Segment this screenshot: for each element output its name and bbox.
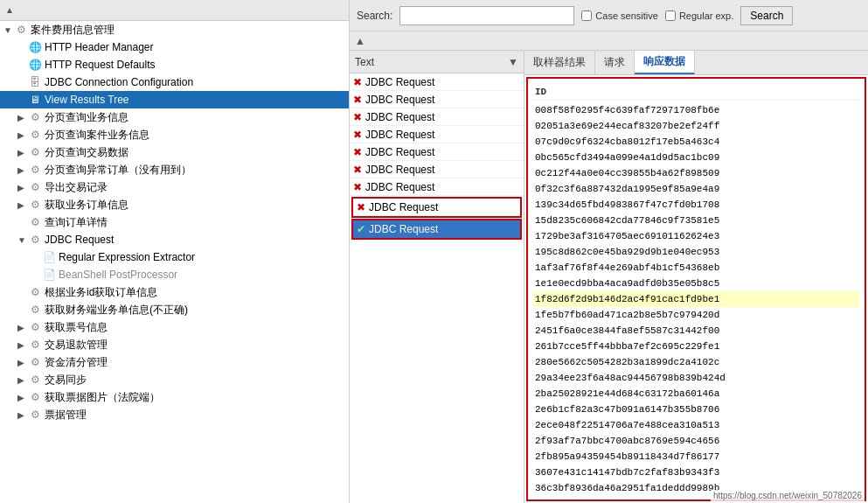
tab-response-data[interactable]: 响应数据 [635,51,695,74]
error-icon: ✖ [353,111,362,123]
filter-icon[interactable]: ▼ [508,56,518,68]
data-row: 02051a3e69e244ecaf83207be2ef24ff [533,118,859,134]
tree-item-view-results[interactable]: ▶ 🖥 View Results Tree [0,91,349,108]
expand-icon: ▼ [17,235,26,245]
list-item-selected[interactable]: ✔ JDBC Request [353,220,520,238]
folder-icon4: ⚙ [28,163,42,177]
tree-item-get-invoice[interactable]: ▶ ⚙ 获取票据图片（法院端） [0,388,349,406]
tree-item-label: 导出交易记录 [45,180,108,195]
list-item[interactable]: ✖ JDBC Request [353,199,520,216]
tree-item-jdbc-conn[interactable]: ▶ 🗄 JDBC Connection Configuration [0,73,349,91]
row-text: 1729be3af3164705aec69101162624e3 [535,231,719,241]
tree-item-capital-clear[interactable]: ▶ ⚙ 资金清分管理 [0,353,349,371]
tree-item-label: BeanShell PostProcessor [59,269,177,281]
tree-item-label: View Results Tree [45,94,129,106]
data-panel: 取样器结果 请求 响应数据 ID 008f58f0295f4c639faf729… [524,51,868,503]
data-row: 2fb895a94359454b89118434d7f86177 [533,449,859,465]
data-row: 2f93af7a7bbc4700abc8769e594c4656 [533,433,859,449]
expand-icon: ▶ [17,358,26,367]
script-icon: 📄 [42,250,56,264]
row-text: 3607e431c14147bdb7c2faf83b9343f3 [535,467,719,478]
expand-icon: ▶ [17,113,26,122]
tree-item-regex-extractor[interactable]: ▶ 📄 Regular Expression Extractor [0,248,349,266]
list-item[interactable]: ✖ JDBC Request [350,73,524,91]
error-icon: ✖ [353,181,362,193]
tree-item-invoice-mgmt[interactable]: ▶ ⚙ 票据管理 [0,406,349,423]
error-icon: ✖ [353,94,362,106]
data-header-row: ID [533,84,859,101]
case-sensitive-checkbox[interactable] [581,10,592,21]
http-icon: 🌐 [28,40,42,54]
right-panel: Search: Case sensitive Regular exp. Sear… [350,0,868,503]
list-item[interactable]: ✖ JDBC Request [350,178,524,196]
row-text: 1e1e0ecd9bba4aca9adfd0b35e05b8c5 [535,278,719,289]
list-item[interactable]: ✖ JDBC Request [350,161,524,178]
data-row: 195c8d862c0e45ba929d9b1e040ec953 [533,244,859,260]
search-bar: Search: Case sensitive Regular exp. Sear… [350,0,868,31]
row-text: 280e5662c5054282b3a1899dc2a4102c [535,357,719,367]
expand-icon: ▶ [17,130,26,140]
row-text: 008f58f0295f4c639faf72971708fb6e [535,105,719,115]
folder-icon5: ⚙ [28,180,42,194]
expand-icon: ▶ [17,375,26,385]
error-icon: ✖ [357,201,365,213]
arrow-icon: ▲ [355,35,365,47]
regular-exp-checkbox[interactable] [665,10,676,21]
tree-item-page-query-abnormal[interactable]: ▶ ⚙ 分页查询异常订单（没有用到） [0,161,349,178]
error-icon: ✖ [353,146,362,158]
list-item[interactable]: ✖ JDBC Request [350,108,524,126]
tree-item-export-tx[interactable]: ▶ ⚙ 导出交易记录 [0,178,349,196]
list-item[interactable]: ✖ JDBC Request [350,143,524,161]
search-button[interactable]: Search [740,6,793,25]
tree-item-page-query-case[interactable]: ▶ ⚙ 分页查询案件业务信息 [0,126,349,143]
tree-item-label: 获取财务端业务单信息(不正确) [45,303,188,318]
list-item[interactable]: ✖ JDBC Request [350,91,524,108]
tree-item-label: JDBC Request [45,234,114,246]
content-area: Text ▼ ✖ JDBC Request ✖ JDBC Request [350,51,868,503]
header-text: ID [535,87,546,97]
item-label: JDBC Request [365,129,434,141]
folder-icon: ⚙ [28,110,42,124]
tree-item-beanshell[interactable]: ▶ 📄 BeanShell PostProcessor [0,266,349,283]
tree-item-tx-sync[interactable]: ▶ ⚙ 交易同步 [0,371,349,388]
tree-item-jdbc-request-group[interactable]: ▼ ⚙ JDBC Request [0,231,349,248]
tree-item-page-query-business[interactable]: ▶ ⚙ 分页查询业务信息 [0,108,349,126]
tab-sample-results[interactable]: 取样器结果 [524,51,595,74]
row-text: 0f32c3f6a887432da1995e9f85a9e4a9 [535,184,719,194]
expand-icon: ▶ [17,165,26,175]
tab-request[interactable]: 请求 [595,51,635,74]
row-text: 2e6b1cf82a3c47b091a6147b355b8706 [535,404,719,415]
text-panel-title: Text [355,56,374,68]
data-row-highlighted: 1f82d6f2d9b146d2ac4f91cac1fd9be1 [533,291,859,307]
tree-item-case-fee[interactable]: ▼ ⚙ 案件费用信息管理 [0,21,349,38]
tree-collapse-icon[interactable]: ▲ [5,5,14,15]
data-row: 0f32c3f6a887432da1995e9f85a9e4a9 [533,181,859,197]
tree-item-page-query-tx[interactable]: ▶ ⚙ 分页查询交易数据 [0,143,349,161]
data-row: 1729be3af3164705aec69101162624e3 [533,228,859,244]
tree-item-get-finance-info[interactable]: ▶ ⚙ 获取财务端业务单信息(不正确) [0,301,349,318]
row-text: 1f82d6f2d9b146d2ac4f91cac1fd9be1 [535,294,719,304]
tree-item-get-business-task[interactable]: ▶ ⚙ 根据业务id获取订单信息 [0,283,349,301]
item-label: JDBC Request [365,146,434,158]
search-input[interactable] [399,6,574,25]
list-item[interactable]: ✖ JDBC Request [350,126,524,143]
folder-icon7: ⚙ [28,215,42,229]
success-icon: ✔ [357,223,365,235]
search-label: Search: [357,10,392,22]
tree-item-http-defaults[interactable]: ▶ 🌐 HTTP Request Defaults [0,56,349,73]
data-row: 280e5662c5054282b3a1899dc2a4102c [533,354,859,370]
left-tree-panel: ▲ ▼ ⚙ 案件费用信息管理 ▶ 🌐 HTTP Header Manager [0,0,350,503]
tree-item-get-voucher[interactable]: ▶ ⚙ 获取票号信息 [0,318,349,336]
row-text: 195c8d862c0e45ba929d9b1e040ec953 [535,247,719,257]
item-label: JDBC Request [369,223,438,235]
tree-item-tx-refund[interactable]: ▶ ⚙ 交易退款管理 [0,336,349,353]
right-panel-arrow[interactable]: ▲ [350,31,868,51]
case-sensitive-group: Case sensitive [581,10,658,21]
expand-icon: ▶ [17,410,26,420]
row-text: 07c9d0c9f6324cba8012f17eb5a463c4 [535,136,719,147]
tree-item-get-business-order[interactable]: ▶ ⚙ 获取业务订单信息 [0,196,349,213]
text-panel-header: Text ▼ [350,51,524,73]
row-text: 0c212f44a0e04cc39855b4a62f898509 [535,168,719,178]
tree-item-http-header[interactable]: ▶ 🌐 HTTP Header Manager [0,38,349,56]
tree-item-query-order-detail[interactable]: ▶ ⚙ 查询订单详情 [0,213,349,231]
